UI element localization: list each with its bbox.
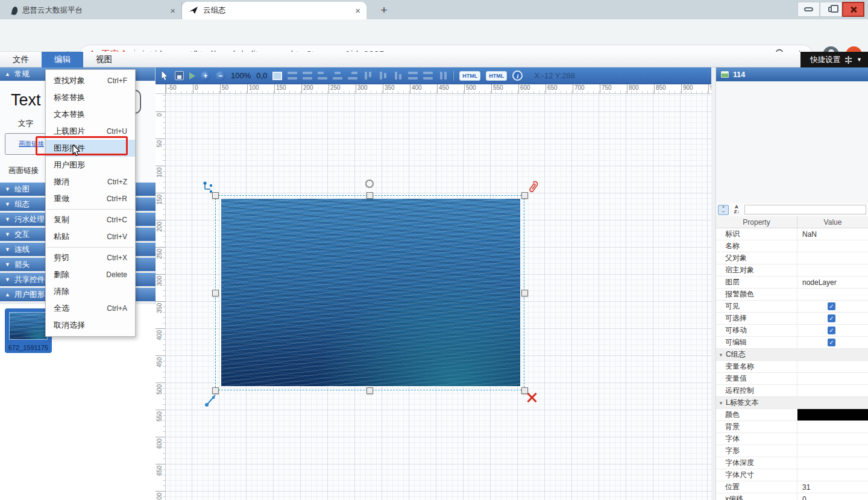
export-html-icon[interactable]: HTML bbox=[459, 71, 480, 81]
property-value[interactable] bbox=[797, 301, 868, 312]
checkbox-checked[interactable] bbox=[828, 302, 835, 310]
menu-item[interactable]: 标签替换 bbox=[46, 89, 135, 106]
align-top-icon[interactable] bbox=[363, 72, 373, 80]
rotate-handle[interactable] bbox=[365, 180, 374, 188]
browser-tab-inactive[interactable]: 思普云大数据平台 × bbox=[5, 2, 182, 19]
ungroup-icon[interactable] bbox=[303, 72, 312, 80]
info-icon[interactable]: i bbox=[512, 70, 523, 81]
align-left-icon[interactable] bbox=[318, 72, 327, 80]
property-name: C组态 bbox=[716, 349, 797, 360]
tab1-close-icon[interactable]: × bbox=[170, 6, 175, 15]
menu-item[interactable]: 剪切 Ctrl+X bbox=[46, 249, 135, 266]
minimize-button[interactable] bbox=[797, 2, 820, 17]
checkbox-checked[interactable] bbox=[828, 314, 835, 322]
new-tab-button[interactable]: + bbox=[376, 2, 392, 18]
sort-az-icon[interactable] bbox=[731, 205, 742, 215]
ruler-tick: 500 bbox=[156, 383, 165, 410]
property-value[interactable] bbox=[797, 337, 868, 348]
align-right-icon[interactable] bbox=[348, 72, 357, 80]
save-icon[interactable] bbox=[175, 71, 184, 80]
property-value[interactable] bbox=[797, 433, 868, 445]
menu-item[interactable]: 复制 Ctrl+C bbox=[46, 211, 135, 228]
draw-line-handle-icon[interactable] bbox=[204, 392, 218, 407]
property-value[interactable] bbox=[797, 361, 868, 372]
delete-x-icon[interactable] bbox=[526, 392, 537, 402]
checkbox-checked[interactable] bbox=[828, 339, 835, 346]
menu-item[interactable]: 文本替换 bbox=[46, 106, 135, 123]
property-name: 字体深度 bbox=[716, 457, 797, 469]
menubar-item[interactable]: 文件 bbox=[0, 52, 42, 67]
page-settings-icon[interactable] bbox=[272, 72, 282, 80]
property-filter-input[interactable] bbox=[744, 205, 866, 214]
property-value[interactable]: 31 bbox=[797, 481, 868, 493]
panel-splitter[interactable] bbox=[711, 67, 716, 500]
align-middle-icon[interactable] bbox=[378, 72, 388, 80]
select-pointer-icon[interactable] bbox=[161, 70, 169, 81]
run-preview-icon[interactable] bbox=[189, 72, 195, 80]
menu-item[interactable]: 撤消 Ctrl+Z bbox=[46, 173, 135, 190]
browser-tab-active[interactable]: 云组态 × bbox=[182, 2, 366, 19]
collapse-arrow-icon: ▼ bbox=[5, 186, 10, 192]
chevron-down-icon[interactable]: ▼ bbox=[857, 57, 862, 63]
property-row: 字体 bbox=[716, 433, 868, 445]
menubar-item[interactable]: 编辑 bbox=[42, 52, 83, 67]
resize-handle-w[interactable] bbox=[212, 290, 219, 296]
categorize-icon[interactable]: +− bbox=[718, 205, 729, 215]
checkbox-checked[interactable] bbox=[828, 327, 835, 334]
menubar-item[interactable]: 视图 bbox=[83, 52, 125, 67]
property-value[interactable] bbox=[797, 264, 868, 276]
property-value[interactable]: nodeLayer bbox=[797, 277, 868, 288]
paperclip-attach-icon[interactable] bbox=[526, 181, 539, 195]
connect-node-icon[interactable] bbox=[203, 181, 215, 194]
group-collapse-icon[interactable]: ▼ bbox=[719, 352, 723, 358]
group-collapse-icon[interactable]: ▼ bbox=[719, 401, 723, 406]
property-value[interactable] bbox=[797, 252, 868, 264]
property-value[interactable] bbox=[797, 313, 868, 324]
group-icon[interactable] bbox=[288, 72, 297, 80]
menu-item[interactable]: 用户图形 bbox=[46, 157, 135, 173]
property-value[interactable]: 0 bbox=[797, 493, 868, 500]
menu-item[interactable]: 重做 Ctrl+R bbox=[46, 190, 135, 207]
dock-icon[interactable] bbox=[844, 56, 852, 64]
align-center-icon[interactable] bbox=[333, 72, 342, 80]
property-value[interactable] bbox=[797, 421, 868, 433]
menu-item[interactable]: 粘贴 Ctrl+V bbox=[46, 228, 135, 245]
menu-item[interactable]: 查找对象 Ctrl+F bbox=[46, 72, 135, 89]
zoom-out-icon[interactable]: − bbox=[216, 71, 225, 81]
menu-item[interactable]: 全选 Ctrl+A bbox=[46, 300, 135, 317]
resize-handle-n[interactable] bbox=[366, 192, 373, 199]
property-value[interactable] bbox=[797, 289, 868, 300]
tab2-close-icon[interactable]: × bbox=[355, 6, 360, 15]
property-value[interactable] bbox=[797, 397, 868, 408]
same-height-icon[interactable] bbox=[423, 72, 433, 80]
menu-item[interactable]: 删除 Delete bbox=[46, 266, 135, 283]
property-value[interactable] bbox=[797, 325, 868, 336]
property-value[interactable] bbox=[797, 373, 868, 384]
align-bottom-icon[interactable] bbox=[393, 72, 403, 80]
property-row: 字体尺寸 bbox=[716, 469, 868, 481]
close-button[interactable] bbox=[842, 2, 864, 17]
import-html-icon[interactable]: HTML bbox=[486, 71, 507, 81]
property-value[interactable]: NaN bbox=[797, 228, 868, 240]
property-value[interactable] bbox=[797, 457, 868, 469]
property-value[interactable] bbox=[797, 469, 868, 481]
resize-handle-e[interactable] bbox=[521, 290, 528, 296]
property-value[interactable] bbox=[797, 240, 868, 252]
distribute-icon[interactable] bbox=[438, 72, 448, 80]
property-row: 变量值 bbox=[716, 373, 868, 385]
menu-item[interactable]: 清除 bbox=[46, 283, 135, 300]
restore-button[interactable] bbox=[820, 2, 842, 17]
property-value[interactable] bbox=[797, 385, 868, 396]
resize-handle-s[interactable] bbox=[366, 387, 373, 394]
property-value[interactable] bbox=[797, 445, 868, 457]
property-value[interactable] bbox=[797, 409, 868, 420]
object-tree[interactable] bbox=[716, 81, 868, 210]
quick-settings[interactable]: 快捷设置 ▼ bbox=[800, 52, 868, 67]
property-value[interactable] bbox=[797, 349, 868, 360]
menu-item[interactable]: 取消选择 bbox=[46, 317, 135, 334]
color-swatch[interactable] bbox=[797, 409, 868, 420]
text-component-preview[interactable]: Text bbox=[11, 91, 41, 110]
zoom-in-icon[interactable]: + bbox=[201, 71, 210, 81]
property-name: 字体 bbox=[716, 433, 797, 445]
same-width-icon[interactable] bbox=[408, 72, 418, 80]
